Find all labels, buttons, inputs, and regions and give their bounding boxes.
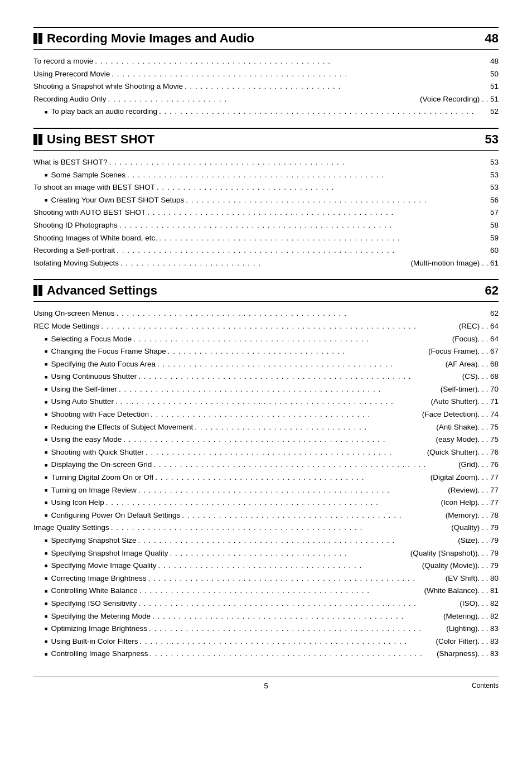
section-icon-advanced-settings [33,285,42,296]
section-number-best-shot: 53 [485,132,499,147]
toc-entry: Specifying the Auto Focus Area . . . . .… [33,358,499,370]
toc-entry: Using Prerecord Movie . . . . . . . . . … [33,68,499,80]
toc-entry: Recording a Self-portrait . . . . . . . … [33,244,499,257]
toc-entry: Specifying Movie Image Quality . . . . .… [33,560,499,572]
toc-entry: Specifying Snapshot Size . . . . . . . .… [33,534,499,547]
section-number-recording-movie: 48 [485,31,499,46]
toc-entry: Using Continuous Shutter . . . . . . . .… [33,370,499,383]
section-title-recording-movie: Recording Movie Images and Audio [47,31,254,46]
toc-entry: Selecting a Focus Mode . . . . . . . . .… [33,333,499,345]
toc-entry: Shooting ID Photographs . . . . . . . . … [33,219,499,232]
toc-entry: Specifying Snapshot Image Quality . . . … [33,547,499,560]
toc-entries-advanced-settings: Using On-screen Menus . . . . . . . . . … [33,307,499,660]
section-icon-best-shot [33,134,42,145]
toc-entry: Controlling Image Sharpness . . . . . . … [33,648,499,660]
toc-entries-recording-movie: To record a movie . . . . . . . . . . . … [33,55,499,118]
toc-entry: What is BEST SHOT? . . . . . . . . . . .… [33,156,499,168]
toc-entry: Changing the Focus Frame Shape . . . . .… [33,345,499,358]
footer-label: Contents [454,682,499,690]
toc-entry: Specifying ISO Sensitivity . . . . . . .… [33,597,499,610]
toc-entry: Shooting Images of White board, etc. . .… [33,232,499,244]
toc-entry: Using the easy Mode . . . . . . . . . . … [33,433,499,446]
section-header-advanced-settings: Advanced Settings 62 [33,279,499,302]
toc-page: Recording Movie Images and Audio 48 To r… [33,27,499,690]
toc-entry: Specifying the Metering Mode . . . . . .… [33,610,499,623]
toc-entry: Turning on Image Review . . . . . . . . … [33,484,499,496]
toc-entry: Displaying the On-screen Grid . . . . . … [33,459,499,471]
toc-entry: Controlling White Balance . . . . . . . … [33,585,499,597]
toc-entry: Isolating Moving Subjects . . . . . . . … [33,257,499,269]
toc-entry: Shooting with Face Detection . . . . . .… [33,408,499,421]
toc-entry: Using Auto Shutter . . . . . . . . . . .… [33,396,499,408]
toc-entry: Shooting with AUTO BEST SHOT . . . . . .… [33,206,499,219]
toc-entry: REC Mode Settings . . . . . . . . . . . … [33,320,499,332]
toc-entry: Optimizing Image Brightness . . . . . . … [33,623,499,635]
section-number-advanced-settings: 62 [485,283,499,298]
toc-entry: To record a movie . . . . . . . . . . . … [33,55,499,67]
toc-entry: Shooting a Snapshot while Shooting a Mov… [33,80,499,93]
toc-entry: Using Built-in Color Filters . . . . . .… [33,635,499,648]
toc-entry: Image Quality Settings . . . . . . . . .… [33,522,499,534]
toc-entry: Some Sample Scenes . . . . . . . . . . .… [33,169,499,181]
section-title-best-shot: Using BEST SHOT [47,132,154,147]
toc-entry: Creating Your Own BEST SHOT Setups . . .… [33,194,499,206]
toc-entry: Using Icon Help . . . . . . . . . . . . … [33,496,499,509]
toc-entry: Using the Self-timer . . . . . . . . . .… [33,383,499,396]
toc-entry: Configuring Power On Default Settings . … [33,509,499,522]
page-footer: 5 Contents [33,677,499,690]
page-number: 5 [78,682,454,690]
toc-entry: To shoot an image with BEST SHOT . . . .… [33,181,499,194]
toc-entry: To play back an audio recording . . . . … [33,105,499,118]
toc-entry: Reducing the Effects of Subject Movement… [33,421,499,433]
toc-entries-best-shot: What is BEST SHOT? . . . . . . . . . . .… [33,156,499,269]
toc-entry: Shooting with Quick Shutter . . . . . . … [33,446,499,459]
section-header-recording-movie: Recording Movie Images and Audio 48 [33,27,499,50]
toc-entry: Using On-screen Menus . . . . . . . . . … [33,307,499,320]
toc-entry: Correcting Image Brightness . . . . . . … [33,572,499,585]
toc-entry: Turning Digital Zoom On or Off . . . . .… [33,471,499,484]
toc-entry: Recording Audio Only . . . . . . . . . .… [33,93,499,105]
section-header-best-shot: Using BEST SHOT 53 [33,128,499,151]
section-title-advanced-settings: Advanced Settings [47,283,157,298]
section-icon-recording-movie [33,33,42,44]
